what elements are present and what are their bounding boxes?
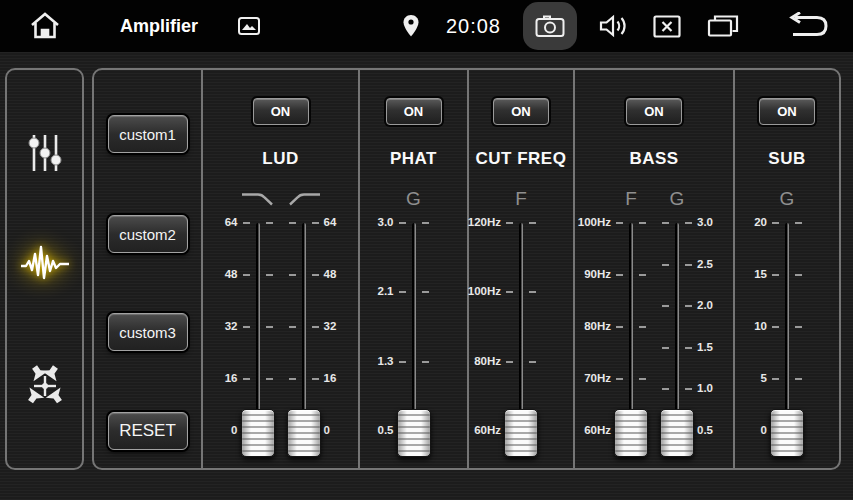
- tick-label: 90Hz: [584, 268, 611, 280]
- fader-balance-icon: [21, 362, 69, 410]
- lud-right-slider[interactable]: 644832160: [281, 217, 327, 465]
- gallery-icon[interactable]: [238, 17, 260, 35]
- location-icon: [402, 14, 420, 38]
- amplifier-screen: Amplifier 20:08: [0, 0, 853, 500]
- reset-button[interactable]: RESET: [108, 412, 188, 450]
- recent-apps-icon[interactable]: [707, 14, 739, 38]
- tick-label: 100Hz: [578, 216, 611, 228]
- sub-slider[interactable]: 20151050: [764, 217, 810, 465]
- back-icon[interactable]: [785, 12, 829, 40]
- lud-title: LUD: [262, 149, 298, 169]
- tick-label: 3.0: [697, 216, 713, 228]
- slider-knob[interactable]: [504, 409, 538, 457]
- sub-on-button[interactable]: ON: [759, 98, 815, 125]
- presets-column: custom1 custom2 custom3 RESET: [94, 70, 201, 468]
- phat-title: PHAT: [390, 149, 437, 169]
- tick-label: 120Hz: [468, 216, 501, 228]
- screenshot-button[interactable]: [523, 2, 577, 50]
- tick-label: 20: [754, 216, 767, 228]
- tick-label: 0.5: [378, 424, 394, 436]
- bass-freq-letter: F: [608, 185, 654, 213]
- tick-label: 32: [324, 320, 337, 332]
- cut-freq-slider[interactable]: 120Hz100Hz80Hz60Hz: [498, 217, 544, 465]
- tick-label: 2.0: [697, 299, 713, 311]
- custom3-button[interactable]: custom3: [108, 313, 188, 351]
- phat-on-button[interactable]: ON: [386, 98, 442, 125]
- close-app-icon[interactable]: [653, 15, 681, 38]
- sub-title: SUB: [768, 149, 805, 169]
- slider-knob[interactable]: [770, 409, 804, 457]
- tick-label: 2.5: [697, 258, 713, 270]
- bass-gain-slider[interactable]: 3.02.52.01.51.00.5: [654, 217, 700, 465]
- tick-label: 48: [324, 268, 337, 280]
- tick-label: 70Hz: [584, 372, 611, 384]
- volume-icon[interactable]: [599, 13, 629, 39]
- tick-label: 5: [761, 372, 767, 384]
- lowpass-curve-icon: [235, 185, 281, 213]
- tick-label: 10: [754, 320, 767, 332]
- tick-label: 60Hz: [474, 424, 501, 436]
- tick-label: 0.5: [697, 424, 713, 436]
- waveform-icon: [19, 242, 71, 286]
- sub-column: ON SUB G 20151050: [733, 70, 839, 468]
- tick-label: 3.0: [378, 216, 394, 228]
- cut-freq-title: CUT FREQ: [476, 149, 567, 169]
- tick-label: 100Hz: [468, 285, 501, 297]
- tick-label: 1.0: [697, 382, 713, 394]
- tick-label: 16: [225, 372, 238, 384]
- bass-column: ON BASS F G 100Hz90Hz80Hz70Hz60Hz 3.02.5…: [573, 70, 733, 468]
- lud-on-button[interactable]: ON: [253, 98, 309, 125]
- bass-title: BASS: [629, 149, 678, 169]
- page-title: Amplifier: [120, 16, 198, 37]
- slider-knob[interactable]: [660, 409, 694, 457]
- tick-label: 15: [754, 268, 767, 280]
- tick-label: 60Hz: [584, 424, 611, 436]
- tick-label: 16: [324, 372, 337, 384]
- tick-label: 1.5: [697, 341, 713, 353]
- cut-freq-letter: F: [498, 185, 544, 213]
- tick-label: 80Hz: [474, 355, 501, 367]
- highpass-curve-icon: [281, 185, 327, 213]
- sidebar-item-sound-effects[interactable]: [19, 242, 71, 286]
- content-area: custom1 custom2 custom3 RESET ON LUD: [0, 52, 853, 500]
- tick-label: 1.3: [378, 355, 394, 367]
- sidebar-item-fader-balance[interactable]: [21, 362, 69, 410]
- slider-knob[interactable]: [287, 409, 321, 457]
- bass-on-button[interactable]: ON: [626, 98, 682, 125]
- tick-label: 64: [225, 216, 238, 228]
- home-icon[interactable]: [28, 10, 62, 42]
- sidebar: [5, 68, 84, 470]
- tick-label: 32: [225, 320, 238, 332]
- custom1-button[interactable]: custom1: [108, 115, 188, 153]
- tick-label: 0: [324, 424, 330, 436]
- top-bar: Amplifier 20:08: [0, 0, 853, 53]
- equalizer-icon: [22, 130, 68, 176]
- sub-gain-letter: G: [764, 185, 810, 213]
- tick-label: 2.1: [378, 285, 394, 297]
- custom2-button[interactable]: custom2: [108, 215, 188, 253]
- tick-label: 80Hz: [584, 320, 611, 332]
- slider-knob[interactable]: [614, 409, 648, 457]
- phat-gain-letter: G: [391, 185, 437, 213]
- tick-label: 0: [231, 424, 237, 436]
- cut-freq-on-button[interactable]: ON: [493, 98, 549, 125]
- slider-knob[interactable]: [397, 409, 431, 457]
- clock: 20:08: [446, 15, 501, 38]
- sidebar-item-equalizer[interactable]: [22, 130, 68, 176]
- cut-freq-column: ON CUT FREQ F 120Hz100Hz80Hz60Hz: [467, 70, 573, 468]
- lud-column: ON LUD 644832160 64: [201, 70, 358, 468]
- bass-gain-letter: G: [654, 185, 700, 213]
- tick-label: 64: [324, 216, 337, 228]
- slider-knob[interactable]: [241, 409, 275, 457]
- tick-label: 0: [761, 424, 767, 436]
- tick-label: 48: [225, 268, 238, 280]
- phat-column: ON PHAT G 3.02.11.30.5: [358, 70, 467, 468]
- amplifier-panel: custom1 custom2 custom3 RESET ON LUD: [92, 68, 841, 470]
- bass-freq-slider[interactable]: 100Hz90Hz80Hz70Hz60Hz: [608, 217, 654, 465]
- lud-left-slider[interactable]: 644832160: [235, 217, 281, 465]
- phat-slider[interactable]: 3.02.11.30.5: [391, 217, 437, 465]
